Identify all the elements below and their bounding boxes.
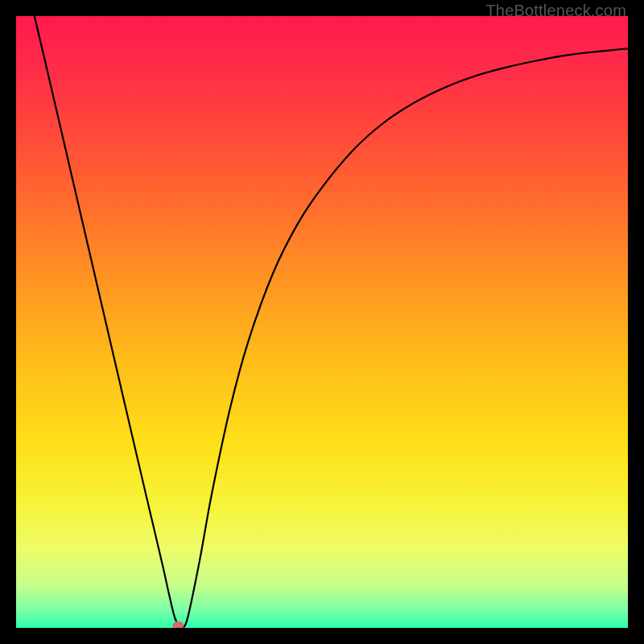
- chart-background: [16, 16, 628, 628]
- watermark-text: TheBottleneck.com: [485, 2, 626, 20]
- chart-canvas: [16, 16, 628, 628]
